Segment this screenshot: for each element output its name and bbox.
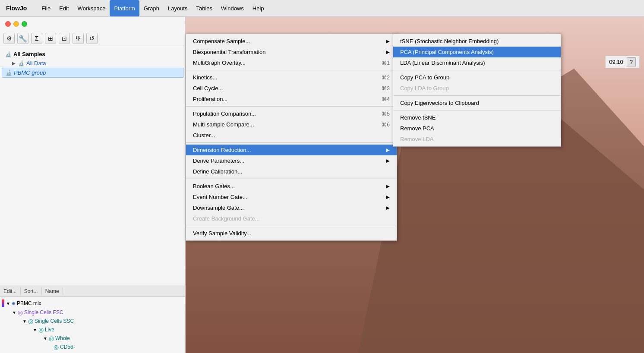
submenu-remove-tsne[interactable]: Remove tSNE xyxy=(393,112,561,123)
toolbar-icon-2[interactable]: 🔧 xyxy=(17,33,28,44)
cluster-label: Cluster... xyxy=(193,132,215,139)
menu-cell-cycle[interactable]: Cell Cycle... ⌘3 xyxy=(186,83,397,94)
pbmc-mix-icon: ⊕ xyxy=(12,301,16,306)
toolbar-icon-6[interactable]: Ψ xyxy=(73,33,84,44)
menu-file[interactable]: File xyxy=(37,0,55,16)
all-samples-label: All Samples xyxy=(13,51,45,57)
table-row[interactable]: ▼ ◎ Live xyxy=(0,325,185,334)
biexponential-label: Biexponential Transformation xyxy=(193,49,265,55)
menu-workspace[interactable]: Workspace xyxy=(73,0,110,16)
menu-cluster[interactable]: Cluster... xyxy=(186,130,397,141)
time-value: 09:10 xyxy=(609,59,623,65)
kinetics-label: Kinetics... xyxy=(193,74,217,81)
app-logo: FlowJo xyxy=(3,3,29,13)
submenu-copy-lda: Copy LDA to Group xyxy=(393,83,561,94)
tree-item-pbmc-group[interactable]: 🔬 PBMC group xyxy=(2,68,183,78)
menu-tables[interactable]: Tables xyxy=(192,0,217,16)
submenu-pca[interactable]: PCA (Principal Components Analysis) xyxy=(393,47,561,57)
row-arrow: ▼ xyxy=(22,319,27,324)
tree-item-all-samples[interactable]: 🔬 All Samples xyxy=(2,50,183,59)
col-sort: Sort... xyxy=(21,287,42,295)
menu-create-background-gate: Create Background Gate... xyxy=(186,213,397,224)
submenu-copy-pca[interactable]: Copy PCA to Group xyxy=(393,72,561,83)
all-data-icon: 🔬 xyxy=(18,60,25,66)
minimize-button[interactable] xyxy=(13,21,19,27)
toolbar-icon-4[interactable]: ⊞ xyxy=(45,33,56,44)
row-arrow: ▼ xyxy=(6,301,10,306)
submenu-divider-1 xyxy=(393,70,561,70)
left-panel: ⚙ 🔧 Σ ⊞ ⊡ Ψ ↺ 🔬 All Samples ▶ 🔬 All Data… xyxy=(0,17,186,353)
sample-tree: 🔬 All Samples ▶ 🔬 All Data 🔬 PBMC group xyxy=(0,46,185,286)
col-edit: Edit... xyxy=(0,287,21,295)
menu-proliferation[interactable]: Proliferation... ⌘4 xyxy=(186,94,397,104)
time-display: 09:10 ? xyxy=(605,56,640,68)
toolbar-icon-1[interactable]: ⚙ xyxy=(3,33,15,44)
menu-define-calibration[interactable]: Define Calibration... xyxy=(186,166,397,177)
copy-lda-label: Copy LDA to Group xyxy=(400,85,449,91)
pca-label: PCA (Principal Components Analysis) xyxy=(400,49,494,55)
cd56-icon: ◎ xyxy=(54,344,59,350)
menu-windows[interactable]: Windows xyxy=(217,0,248,16)
menubar: FlowJo File Edit Workspace Platform Grap… xyxy=(0,0,644,17)
menu-population-comparison[interactable]: Population Comparison... ⌘5 xyxy=(186,108,397,119)
submenu-remove-lda: Remove LDA xyxy=(393,134,561,145)
copy-eigenvectors-label: Copy Eigenvectors to Clipboard xyxy=(400,100,479,106)
close-button[interactable] xyxy=(5,21,11,27)
live-icon: ◎ xyxy=(38,326,44,333)
population-comparison-label: Population Comparison... xyxy=(193,110,256,117)
help-button[interactable]: ? xyxy=(627,57,636,66)
multisample-compare-label: Multi-sample Compare... xyxy=(193,121,254,128)
table-row[interactable]: ▼ ◎ Single Cells SSC xyxy=(0,317,185,325)
row-arrow: ▼ xyxy=(12,310,16,315)
menu-layouts[interactable]: Layouts xyxy=(164,0,192,16)
copy-pca-label: Copy PCA to Group xyxy=(400,74,449,81)
boolean-gates-label: Boolean Gates... xyxy=(193,183,235,189)
submenu-tsne[interactable]: tSNE (Stochastic Neighbor Embedding) xyxy=(393,36,561,47)
submenu-divider-3 xyxy=(393,110,561,110)
menu-downsample-gate[interactable]: Downsample Gate... ▶ xyxy=(186,202,397,213)
downsample-gate-arrow: ▶ xyxy=(386,205,390,210)
proliferation-shortcut: ⌘4 xyxy=(382,96,390,102)
toolbar-icon-3[interactable]: Σ xyxy=(31,33,42,44)
table-row[interactable]: ◎ CD56- xyxy=(0,343,185,351)
single-cells-ssc-icon: ◎ xyxy=(28,318,33,325)
cd56-label: CD56- xyxy=(60,344,75,350)
menu-derive-parameters[interactable]: Derive Parameters... ▶ xyxy=(186,155,397,166)
data-rows: ▼ ⊕ PBMC mix ▼ ◎ Single Cells FSC ▼ ◎ Si… xyxy=(0,297,185,353)
cell-cycle-label: Cell Cycle... xyxy=(193,85,223,91)
menu-dimension-reduction[interactable]: Dimension Reduction... ▶ xyxy=(186,145,397,155)
toolbar-icon-5[interactable]: ⊡ xyxy=(59,33,70,44)
multigraph-label: MultiGraph Overlay... xyxy=(193,60,246,66)
table-row[interactable]: ▼ ◎ Single Cells FSC xyxy=(0,308,185,317)
menu-multigraph[interactable]: MultiGraph Overlay... ⌘1 xyxy=(186,57,397,68)
multisample-compare-shortcut: ⌘6 xyxy=(382,122,390,128)
divider-5 xyxy=(186,226,397,226)
kinetics-shortcut: ⌘2 xyxy=(382,75,390,81)
menu-graph[interactable]: Graph xyxy=(139,0,164,16)
menu-verify-sample[interactable]: Verify Sample Validity... xyxy=(186,228,397,239)
menu-multisample-compare[interactable]: Multi-sample Compare... ⌘6 xyxy=(186,119,397,130)
menu-platform[interactable]: Platform xyxy=(110,0,139,16)
submenu-remove-pca[interactable]: Remove PCA xyxy=(393,123,561,134)
submenu-copy-eigenvectors[interactable]: Copy Eigenvectors to Clipboard xyxy=(393,98,561,108)
menu-edit[interactable]: Edit xyxy=(55,0,73,16)
menu-help[interactable]: Help xyxy=(248,0,268,16)
toolbar-icon-7[interactable]: ↺ xyxy=(86,33,98,44)
tree-item-all-data[interactable]: ▶ 🔬 All Data xyxy=(2,59,183,68)
menu-boolean-gates[interactable]: Boolean Gates... ▶ xyxy=(186,181,397,192)
maximize-button[interactable] xyxy=(22,21,27,27)
submenu-lda[interactable]: LDA (Linear Discrminant Analysis) xyxy=(393,57,561,68)
table-row[interactable]: ▼ ⊕ PBMC mix xyxy=(0,299,185,308)
submenu-divider-2 xyxy=(393,95,561,96)
table-row[interactable]: ▼ ◎ Whole xyxy=(0,334,185,343)
menu-kinetics[interactable]: Kinetics... ⌘2 xyxy=(186,72,397,83)
menu-biexponential[interactable]: Biexponential Transformation ▶ xyxy=(186,47,397,57)
menu-event-number-gate[interactable]: Event Number Gate... ▶ xyxy=(186,192,397,202)
tsne-label: tSNE (Stochastic Neighbor Embedding) xyxy=(400,38,499,44)
submenu-arrow: ▶ xyxy=(386,50,390,54)
cell-cycle-shortcut: ⌘3 xyxy=(382,85,390,91)
menu-compensate-sample[interactable]: Compensate Sample... ▶ xyxy=(186,36,397,47)
col-name: Name xyxy=(42,287,63,295)
divider-4 xyxy=(186,179,397,179)
row-arrow: ▼ xyxy=(33,328,37,332)
